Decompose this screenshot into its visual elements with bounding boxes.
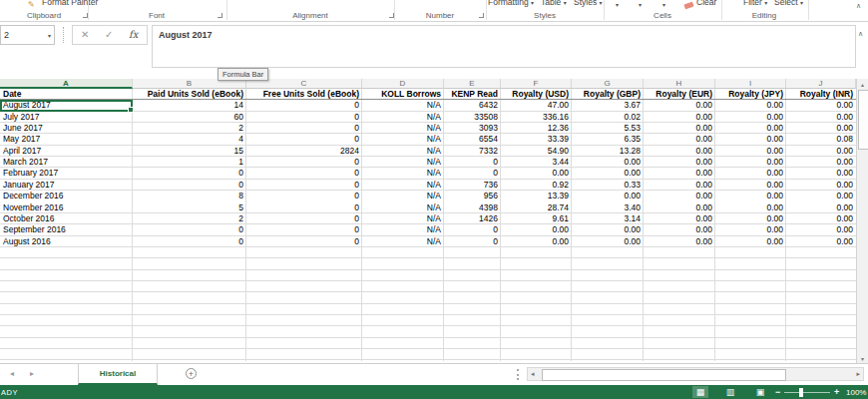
dialog-launcher-icon[interactable] (83, 13, 88, 18)
cell[interactable]: 0.00 (644, 123, 715, 134)
scroll-up-icon[interactable]: ▴ (857, 81, 868, 88)
cell[interactable]: 0.00 (715, 213, 786, 224)
cell[interactable]: 0.00 (786, 157, 856, 168)
collapse-formula-bar-icon[interactable]: ∧ (858, 30, 863, 38)
cell[interactable]: 0 (246, 134, 362, 145)
cell[interactable]: Royalty (EUR) (644, 89, 715, 99)
cell[interactable]: 0.00 (501, 168, 572, 179)
cell[interactable]: 60 (133, 112, 246, 123)
cell[interactable]: 0.00 (644, 157, 715, 168)
cell[interactable]: Date (0, 89, 133, 99)
cell[interactable]: 0 (246, 180, 362, 191)
cell[interactable]: 0.00 (715, 146, 786, 157)
cell[interactable]: 0.00 (501, 236, 572, 247)
formula-bar-input[interactable]: August 2017 (152, 25, 856, 68)
cell[interactable]: 5.53 (572, 123, 644, 134)
cell[interactable]: 0 (246, 202, 362, 213)
cell[interactable]: 0.92 (501, 180, 572, 191)
delete-dropdown-icon[interactable]: ▾ (639, 1, 642, 8)
column-header-g[interactable]: G (572, 79, 644, 89)
vertical-scrollbar-thumb[interactable] (858, 90, 868, 150)
cell[interactable]: 0.00 (786, 112, 856, 123)
cell[interactable]: 3.44 (501, 157, 572, 168)
clear-button[interactable]: Clear (696, 0, 716, 7)
cell[interactable]: April 2017 (0, 146, 133, 157)
cell[interactable]: 0.00 (715, 202, 786, 213)
zoom-level[interactable]: 100% (846, 388, 866, 397)
cell[interactable]: 0.00 (572, 168, 644, 179)
cell[interactable]: 12.36 (501, 123, 572, 134)
insert-function-icon[interactable]: fx (129, 29, 138, 40)
cell[interactable]: 0 (246, 123, 362, 134)
cell[interactable]: 956 (444, 191, 501, 201)
cell[interactable]: 0.00 (644, 146, 715, 157)
cell[interactable]: 0.00 (715, 134, 786, 145)
cell[interactable]: 0.00 (715, 191, 786, 201)
cell[interactable]: N/A (362, 168, 444, 179)
horizontal-scrollbar[interactable]: ◂ ▸ (527, 367, 864, 381)
column-header-i[interactable]: I (715, 79, 786, 89)
cell[interactable]: March 2017 (0, 157, 133, 168)
cell[interactable]: 15 (133, 146, 246, 157)
name-box-dropdown-icon[interactable]: ▾ (48, 32, 51, 39)
cell[interactable]: 0.00 (786, 213, 856, 224)
cell[interactable]: 0.00 (644, 168, 715, 179)
cell[interactable]: 1426 (444, 213, 501, 224)
cell[interactable]: N/A (362, 146, 444, 157)
scroll-right-icon[interactable]: ▸ (856, 370, 860, 378)
cell[interactable]: 0.00 (644, 202, 715, 213)
cell[interactable]: 0.00 (715, 123, 786, 134)
scroll-down-icon[interactable]: ▾ (857, 355, 868, 362)
cell[interactable]: 0 (133, 180, 246, 191)
enter-icon[interactable]: ✓ (105, 29, 113, 40)
zoom-in-icon[interactable]: + (834, 387, 839, 397)
cell[interactable]: 0 (133, 168, 246, 179)
cell[interactable]: February 2017 (0, 168, 133, 179)
cell[interactable]: 2 (133, 213, 246, 224)
dialog-launcher-icon[interactable] (479, 13, 484, 18)
next-sheet-icon[interactable]: ▸ (30, 369, 34, 378)
scroll-left-icon[interactable]: ◂ (531, 370, 535, 378)
cell[interactable]: 3093 (444, 123, 501, 134)
cell[interactable]: 6432 (444, 100, 501, 111)
name-box[interactable]: 2 ▾ (0, 25, 55, 45)
cell[interactable]: 0.00 (715, 157, 786, 168)
cell[interactable]: 0.00 (715, 180, 786, 191)
cell[interactable]: 0.00 (644, 180, 715, 191)
cell[interactable]: 0.00 (644, 134, 715, 145)
format-painter-button[interactable]: Format Painter (42, 0, 98, 7)
prev-sheet-icon[interactable]: ◂ (10, 369, 14, 378)
cell[interactable]: 0 (246, 100, 362, 111)
cell[interactable]: 2 (133, 123, 246, 134)
worksheet-grid[interactable]: DatePaid Units Sold (eBook)Free Units So… (0, 89, 856, 361)
format-dropdown-icon[interactable]: ▾ (662, 1, 665, 8)
column-header-d[interactable]: D (362, 79, 444, 89)
cell[interactable]: Royalty (GBP) (572, 89, 644, 99)
dialog-launcher-icon[interactable] (389, 13, 394, 18)
cell[interactable]: September 2016 (0, 224, 133, 235)
cell[interactable]: 0.00 (786, 146, 856, 157)
cell[interactable]: 0.33 (572, 180, 644, 191)
cell[interactable]: N/A (362, 100, 444, 111)
zoom-out-icon[interactable]: − (775, 387, 780, 397)
sheet-tab-historical[interactable]: Historical (78, 364, 158, 385)
cell[interactable]: 0.08 (786, 134, 856, 145)
cell[interactable]: 736 (444, 180, 501, 191)
cell[interactable]: 0.00 (715, 112, 786, 123)
cell[interactable]: 6.35 (572, 134, 644, 145)
cell[interactable]: Royalty (USD) (501, 89, 572, 99)
cancel-icon[interactable]: ✕ (81, 29, 89, 40)
cell[interactable]: KOLL Borrows (362, 89, 444, 99)
find-select-button[interactable]: Select ▾ (774, 0, 803, 7)
cell[interactable]: 14 (133, 100, 246, 111)
cell[interactable]: 0.00 (572, 224, 644, 235)
cell[interactable]: Paid Units Sold (eBook) (133, 89, 246, 99)
column-header-e[interactable]: E (444, 79, 501, 89)
cell[interactable]: 0.00 (572, 191, 644, 201)
cell[interactable]: October 2016 (0, 213, 133, 224)
cell[interactable]: 0 (444, 157, 501, 168)
column-header-f[interactable]: F (501, 79, 572, 89)
cell[interactable]: 2824 (246, 146, 362, 157)
cell[interactable]: Royalty (JPY) (715, 89, 786, 99)
cell[interactable]: 0.00 (572, 236, 644, 247)
